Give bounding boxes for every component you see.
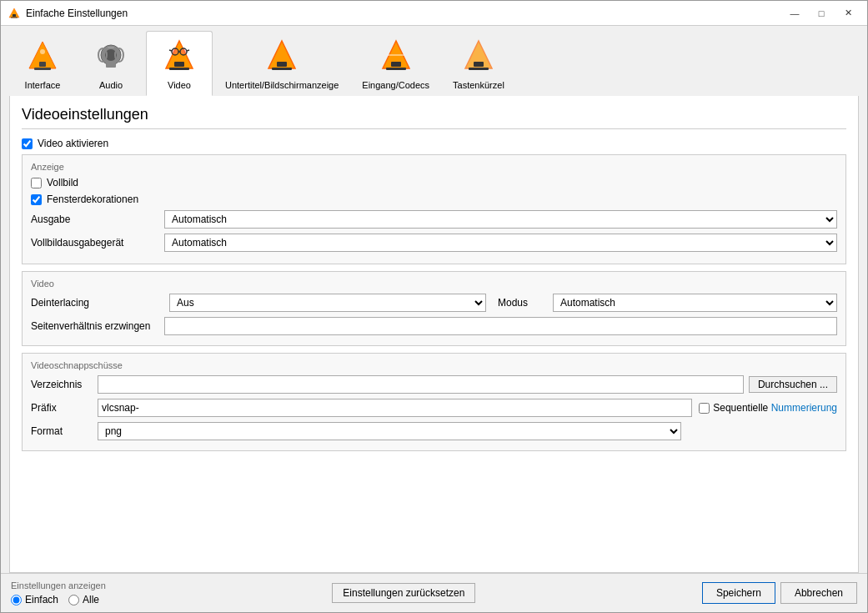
radio-row: Einfach Alle xyxy=(11,594,106,605)
anzeige-section: Anzeige Vollbild Fensterdekorationen Aus… xyxy=(22,154,846,264)
bottom-center: Einstellungen zurücksetzen xyxy=(332,583,475,603)
sequentielle-text: Sequentielle xyxy=(713,402,768,414)
window-controls: — □ ✕ xyxy=(782,5,860,22)
settings-display: Einstellungen anzeigen Einfach Alle xyxy=(11,580,106,605)
vollbild-checkbox[interactable] xyxy=(31,178,42,188)
tab-interface[interactable]: Interface xyxy=(9,31,76,96)
einfach-radio-label[interactable]: Einfach xyxy=(11,594,58,605)
window-title: Einfache Einstellungen xyxy=(26,8,782,19)
tab-codecs[interactable]: Eingang/Codecs xyxy=(351,31,440,96)
verzeichnis-row: Verzeichnis Durchsuchen ... xyxy=(31,375,837,394)
tab-subtitles[interactable]: Untertitel/Bildschirmanzeige xyxy=(214,31,349,96)
verzeichnis-input[interactable] xyxy=(98,375,744,394)
svg-rect-32 xyxy=(469,68,489,70)
alle-radio[interactable] xyxy=(68,595,79,605)
vollbild-label[interactable]: Vollbild xyxy=(47,177,78,188)
modus-label: Modus xyxy=(498,297,548,309)
format-label: Format xyxy=(31,425,98,437)
svg-rect-25 xyxy=(272,68,292,70)
verzeichnis-label: Verzeichnis xyxy=(31,379,98,390)
svg-point-21 xyxy=(173,49,178,54)
svg-rect-24 xyxy=(277,62,287,67)
nav-tabs: Interface Audio xyxy=(1,26,867,96)
format-select[interactable]: png jpg tiff xyxy=(98,422,681,440)
subtitles-icon xyxy=(262,37,302,77)
svg-line-19 xyxy=(169,50,172,51)
tab-video[interactable]: Video xyxy=(146,31,213,96)
svg-rect-9 xyxy=(106,63,116,68)
svg-point-6 xyxy=(40,49,45,54)
vollbildausgabe-select[interactable]: Automatisch xyxy=(164,234,837,252)
svg-rect-5 xyxy=(34,68,51,70)
svg-rect-28 xyxy=(386,68,406,70)
cancel-button[interactable]: Abbrechen xyxy=(780,582,857,604)
vollbildausgabe-label: Vollbildausgabegerät xyxy=(31,237,164,249)
nummerierung-text: Nummerierung xyxy=(771,402,837,414)
fensterdekorationen-row: Fensterdekorationen xyxy=(31,193,837,205)
minimize-button[interactable]: — xyxy=(782,5,807,22)
svg-rect-15 xyxy=(169,68,189,70)
browse-button[interactable]: Durchsuchen ... xyxy=(749,376,837,393)
close-button[interactable]: ✕ xyxy=(835,5,860,22)
praefix-label: Präfix xyxy=(31,402,98,414)
fensterdekorationen-checkbox[interactable] xyxy=(31,194,42,205)
praefix-input[interactable] xyxy=(98,399,692,417)
tab-interface-label: Interface xyxy=(25,80,61,90)
alle-radio-label[interactable]: Alle xyxy=(68,594,99,605)
fensterdekorationen-label[interactable]: Fensterdekorationen xyxy=(47,193,138,205)
tab-hotkeys[interactable]: Tastenkürzel xyxy=(442,31,515,96)
tab-video-label: Video xyxy=(168,80,191,90)
video-aktivieren-label[interactable]: Video aktivieren xyxy=(38,138,108,149)
format-row: Format png jpg tiff xyxy=(31,422,837,440)
app-icon xyxy=(8,7,21,20)
svg-rect-27 xyxy=(391,62,401,67)
sequentielle-row: Sequentielle Nummerierung xyxy=(699,402,837,414)
bottom-right: Speichern Abbrechen xyxy=(702,582,857,604)
deinterlacing-row: Deinterlacing Aus Modus Automatisch xyxy=(31,294,837,312)
einstellungen-label: Einstellungen anzeigen xyxy=(11,580,106,590)
bottom-bar: Einstellungen anzeigen Einfach Alle Eins… xyxy=(1,573,867,612)
interface-icon xyxy=(23,37,63,77)
schnappschuesse-section: Videoschnappschüsse Verzeichnis Durchsuc… xyxy=(22,353,846,451)
video-icon xyxy=(159,37,199,77)
tab-codecs-label: Eingang/Codecs xyxy=(362,80,429,90)
page-title: Videoeinstellungen xyxy=(22,106,846,129)
seitenverhaeltnis-input[interactable] xyxy=(164,317,837,335)
title-bar: Einfache Einstellungen — □ ✕ xyxy=(1,1,867,26)
tab-subtitles-label: Untertitel/Bildschirmanzeige xyxy=(225,80,339,90)
vollbild-row: Vollbild xyxy=(31,177,837,188)
audio-icon xyxy=(91,37,131,77)
sequentielle-checkbox[interactable] xyxy=(699,403,710,414)
restore-button[interactable]: □ xyxy=(809,5,834,22)
deinterlacing-select[interactable]: Aus xyxy=(169,294,486,312)
reset-button[interactable]: Einstellungen zurücksetzen xyxy=(332,583,475,603)
modus-select[interactable]: Automatisch xyxy=(553,294,837,312)
video-section: Video Deinterlacing Aus Modus Automatisc… xyxy=(22,271,846,346)
einfach-label: Einfach xyxy=(25,594,58,605)
praefix-row: Präfix Sequentielle Nummerierung xyxy=(31,399,837,417)
vollbildausgabe-row: Vollbildausgabegerät Automatisch xyxy=(31,234,837,252)
svg-rect-12 xyxy=(108,47,114,48)
tab-hotkeys-label: Tastenkürzel xyxy=(453,80,504,90)
tab-audio[interactable]: Audio xyxy=(78,31,144,96)
seitenverhaeltnis-label: Seitenverhältnis erzwingen xyxy=(31,320,164,332)
svg-line-20 xyxy=(187,50,189,51)
anzeige-title: Anzeige xyxy=(31,162,837,172)
hotkeys-icon xyxy=(459,37,499,77)
einfach-radio[interactable] xyxy=(11,595,22,605)
svg-point-22 xyxy=(181,49,186,54)
seitenverhaeltnis-row: Seitenverhältnis erzwingen xyxy=(31,317,837,335)
sequentielle-label[interactable]: Sequentielle Nummerierung xyxy=(713,402,837,414)
codecs-icon xyxy=(376,37,416,77)
svg-rect-31 xyxy=(474,62,484,67)
ausgabe-select[interactable]: Automatisch xyxy=(164,210,837,229)
save-button[interactable]: Speichern xyxy=(702,582,775,604)
video-aktivieren-checkbox[interactable] xyxy=(22,138,33,149)
svg-rect-4 xyxy=(39,62,46,67)
content-area: Videoeinstellungen Video aktivieren Anze… xyxy=(9,96,859,573)
svg-rect-1 xyxy=(13,14,16,17)
svg-rect-14 xyxy=(174,62,184,67)
video-aktivieren-row: Video aktivieren xyxy=(22,138,846,149)
schnappschuesse-title: Videoschnappschüsse xyxy=(31,360,837,370)
video-section-title: Video xyxy=(31,279,837,289)
